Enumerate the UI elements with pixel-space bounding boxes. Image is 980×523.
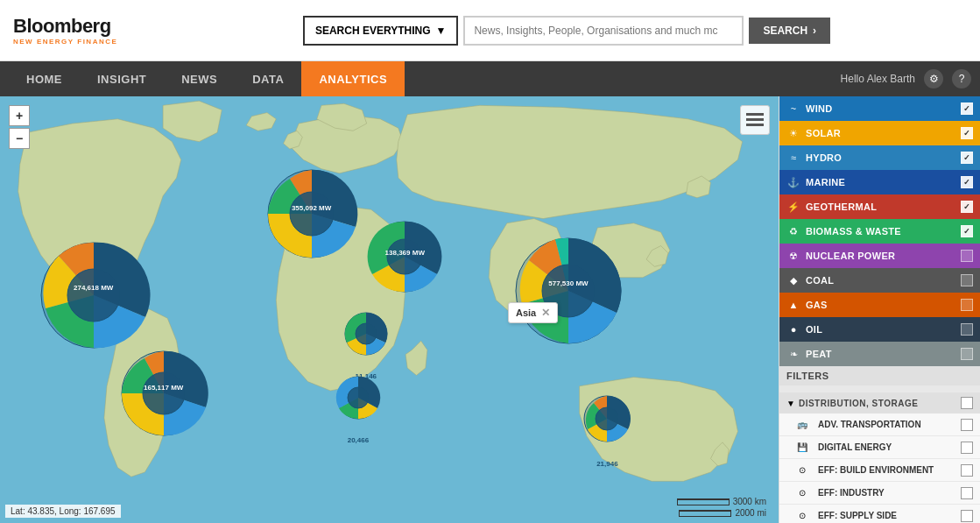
sidebar-item-peat[interactable]: ❧PEAT [779,342,980,366]
dist-checkbox-1[interactable] [961,442,973,454]
nav-items: HOMEINSIGHTNEWSDATAANALYTICS [9,61,841,96]
sidebar-label-6: NUCLEAR POWER [806,251,955,261]
bubble-middle-east[interactable]: 138,369 MW [365,217,444,300]
nav: HOMEINSIGHTNEWSDATAANALYTICS Hello Alex … [0,61,980,96]
settings-icon[interactable]: ⚙ [924,69,943,88]
dist-item-1[interactable]: 💾DIGITAL ENERGY [779,436,980,459]
sidebar-checkbox-2[interactable] [961,152,973,164]
search-input[interactable] [465,18,742,44]
sidebar-label-5: BIOMASS & WASTE [806,226,955,237]
sidebar-item-solar[interactable]: ☀SOLAR [779,121,980,145]
sidebar-checkbox-8[interactable] [961,299,973,311]
sidebar-item-hydro[interactable]: ≈HYDRO [779,145,980,170]
sidebar-checkbox-6[interactable] [961,250,973,262]
sidebar-checkbox-7[interactable] [961,274,973,286]
dist-item-0[interactable]: 🚌ADV. TRANSPORTATION [779,413,980,436]
bubble-asia[interactable]: 577,530 MW [511,234,625,351]
gas-icon: ▲ [786,298,800,312]
header: Bloomberg NEW ENERGY FINANCE SEARCH EVER… [0,0,980,61]
nav-item-analytics[interactable]: ANALYTICS [301,61,405,96]
logo-bloomberg[interactable]: Bloomberg [13,15,153,38]
dist-item-2[interactable]: ⊙EFF: BUILD ENVIRONMENT [779,459,980,482]
dist-label-3: EFF: INDUSTRY [818,488,955,498]
bubble-europe[interactable]: 355,092 MW [264,166,360,265]
dist-checkbox-4[interactable] [961,510,973,522]
sidebar-checkbox-3[interactable] [961,176,973,188]
sidebar-item-coal[interactable]: ◆COAL [779,268,980,293]
svg-point-9 [387,239,422,274]
sidebar-item-oil[interactable]: ●OIL [779,317,980,342]
dist-checkbox-2[interactable] [961,464,973,477]
sidebar-item-marine[interactable]: ⚓MARINE [779,170,980,194]
search-button[interactable]: SEARCH › [749,18,830,44]
scale-label-mi: 2000 mi [735,508,766,518]
dist-item-3[interactable]: ⊙EFF: INDUSTRY [779,482,980,505]
dist-icon-4: ⊙ [795,509,809,523]
coal-icon: ◆ [786,273,800,287]
bubble-africa[interactable]: 11,146 [342,309,391,362]
sidebar-checkbox-5[interactable] [961,225,973,237]
distribution-items-container: 🚌ADV. TRANSPORTATION💾DIGITAL ENERGY⊙EFF:… [779,413,980,523]
bubble-north-america[interactable]: 274,618 MW [37,238,151,356]
sidebar-label-3: MARINE [806,177,955,187]
nav-item-insight[interactable]: INSIGHT [80,61,164,96]
main: + − 274,618 MW [0,96,980,523]
nuclear-power-icon: ☢ [786,249,800,263]
layer-button[interactable] [740,105,770,135]
sidebar-label-9: OIL [806,324,955,335]
peat-icon: ❧ [786,347,800,361]
nav-item-data[interactable]: DATA [235,61,301,96]
svg-point-13 [143,372,185,414]
dist-checkbox-3[interactable] [961,487,973,499]
energy-items-container: ~WIND☀SOLAR≈HYDRO⚓MARINE⚡GEOTHERMAL♻BIOM… [779,96,980,366]
sidebar-label-4: GEOTHERMAL [806,201,955,212]
scale-bar-mi [679,510,731,517]
bubble-oceania-label: 21,946 [596,460,617,468]
bubble-south-america[interactable]: 165,117 MW [118,348,209,442]
sidebar-item-nuclearpower[interactable]: ☢NUCLEAR POWER [779,244,980,268]
search-btn-label: SEARCH [763,25,807,37]
bubble-europe-label: 355,092 MW [292,204,331,212]
asia-popup-label: Asia [516,307,536,318]
bubble-oceania[interactable]: 21,946 [581,392,633,449]
sidebar-checkbox-4[interactable] [961,201,973,213]
filters-divider [779,385,980,392]
map-area[interactable]: + − 274,618 MW [0,96,779,523]
search-dropdown[interactable]: SEARCH EVERYTHING ▼ [303,16,458,46]
distribution-label: DISTRIBUTION, STORAGE [799,399,961,408]
sidebar-checkbox-1[interactable] [961,127,973,139]
sidebar-checkbox-0[interactable] [961,102,973,115]
zoom-in-button[interactable]: + [9,105,30,126]
chevron-down-icon: ▼ [436,25,447,37]
sidebar-item-wind[interactable]: ~WIND [779,96,980,121]
asia-popup-close-button[interactable]: ✕ [541,307,550,319]
dist-icon-1: 💾 [795,441,809,455]
scale-label-km: 3000 km [733,497,766,506]
sidebar-item-geothermal[interactable]: ⚡GEOTHERMAL [779,194,980,219]
greeting: Hello Alex Barth [841,73,915,85]
bubble-north-america-label: 274,618 MW [74,284,113,292]
dist-item-4[interactable]: ⊙EFF: SUPPLY SIDE [779,505,980,523]
svg-point-7 [290,192,334,236]
logo-sub: NEW ENERGY FINANCE [13,38,153,46]
help-icon[interactable]: ? [952,69,971,88]
distribution-checkbox[interactable] [961,397,973,409]
sidebar-checkbox-10[interactable] [961,348,973,360]
distribution-header[interactable]: ▼ DISTRIBUTION, STORAGE [779,392,980,413]
nav-item-news[interactable]: NEWS [164,61,235,96]
sidebar-item-biomasswaste[interactable]: ♻BIOMASS & WASTE [779,219,980,244]
dist-icon-0: 🚌 [795,418,809,432]
nav-item-home[interactable]: HOME [9,61,80,96]
logo-area: Bloomberg NEW ENERGY FINANCE [13,15,153,46]
coordinates: Lat: 43.835, Long: 167.695 [5,505,121,518]
sidebar-item-gas[interactable]: ▲GAS [779,293,980,317]
sidebar-checkbox-9[interactable] [961,323,973,336]
svg-point-11 [356,323,377,344]
bubble-central-africa[interactable]: 20,466 [334,373,383,426]
svg-point-19 [596,407,618,430]
distribution-arrow-icon: ▼ [786,399,795,408]
zoom-out-button[interactable]: − [9,128,30,149]
dist-checkbox-0[interactable] [961,419,973,431]
geothermal-icon: ⚡ [786,200,800,214]
sidebar-label-2: HYDRO [806,152,955,163]
